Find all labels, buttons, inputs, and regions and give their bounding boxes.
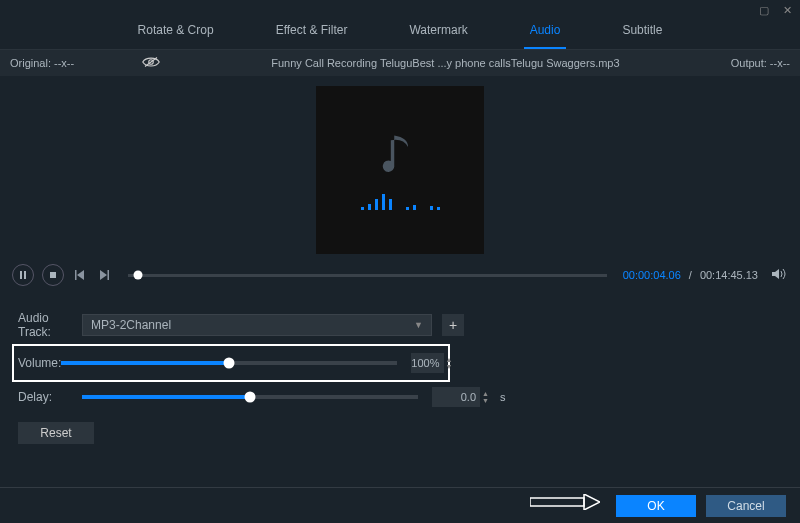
volume-label: Volume: [18, 356, 61, 370]
volume-slider[interactable] [61, 361, 397, 365]
footer: OK Cancel [0, 487, 800, 523]
svg-rect-7 [530, 498, 584, 506]
delay-label: Delay: [18, 390, 82, 404]
info-bar: Original: --x-- Funny Call Recording Tel… [0, 50, 800, 76]
preview-area [0, 76, 800, 256]
volume-stepper-down[interactable]: ▼ [446, 363, 453, 370]
chevron-down-icon: ▼ [414, 320, 423, 330]
current-time: 00:00:04.06 [623, 269, 681, 281]
delay-value[interactable]: 0.0 [432, 387, 480, 407]
audio-controls: Audio Track: MP3-2Channel ▼ + Volume: 10… [0, 294, 800, 412]
progress-knob[interactable] [133, 271, 142, 280]
tab-audio[interactable]: Audio [524, 15, 567, 49]
pause-button[interactable] [12, 264, 34, 286]
music-note-icon [382, 131, 418, 180]
audiotrack-value: MP3-2Channel [91, 318, 171, 332]
total-time: 00:14:45.13 [700, 269, 758, 281]
tab-subtitle[interactable]: Subtitle [616, 15, 668, 49]
volume-icon[interactable] [772, 268, 788, 283]
volume-knob[interactable] [224, 358, 235, 369]
delay-stepper-down[interactable]: ▼ [482, 397, 494, 404]
delay-stepper-up[interactable]: ▲ [482, 390, 494, 397]
maximize-icon[interactable]: ▢ [759, 4, 769, 17]
annotation-arrow [530, 494, 600, 513]
tab-rotate-crop[interactable]: Rotate & Crop [132, 15, 220, 49]
close-icon[interactable]: ✕ [783, 4, 792, 17]
audio-preview-placeholder [316, 86, 484, 254]
audiotrack-select[interactable]: MP3-2Channel ▼ [82, 314, 432, 336]
prev-button[interactable] [72, 267, 88, 283]
tab-effect-filter[interactable]: Effect & Filter [270, 15, 354, 49]
svg-rect-6 [108, 270, 110, 280]
filename-label: Funny Call Recording TeluguBest ...y pho… [160, 57, 731, 69]
delay-knob[interactable] [245, 392, 256, 403]
progress-slider[interactable] [128, 274, 607, 277]
volume-row-highlight: Volume: 100% ▲ ▼ [12, 344, 450, 382]
audiotrack-label: Audio Track: [18, 311, 82, 339]
svg-rect-4 [50, 272, 56, 278]
volume-value[interactable]: 100% [411, 353, 443, 373]
svg-rect-5 [75, 270, 77, 280]
delay-unit: s [500, 391, 506, 403]
time-separator: / [689, 269, 692, 281]
cancel-button[interactable]: Cancel [706, 495, 786, 517]
next-button[interactable] [96, 267, 112, 283]
output-resolution-label: Output: --x-- [731, 57, 790, 69]
ok-button[interactable]: OK [616, 495, 696, 517]
delay-slider[interactable] [82, 395, 418, 399]
tab-bar: Rotate & Crop Effect & Filter Watermark … [0, 15, 800, 50]
add-audiotrack-button[interactable]: + [442, 314, 464, 336]
stop-button[interactable] [42, 264, 64, 286]
volume-stepper-up[interactable]: ▲ [446, 356, 453, 363]
svg-rect-2 [20, 271, 22, 279]
original-resolution-label: Original: --x-- [10, 57, 74, 69]
equalizer-icon [361, 194, 440, 210]
preview-toggle-icon[interactable] [142, 55, 160, 71]
reset-button[interactable]: Reset [18, 422, 94, 444]
svg-rect-3 [24, 271, 26, 279]
playback-bar: 00:00:04.06/00:14:45.13 [0, 256, 800, 294]
tab-watermark[interactable]: Watermark [403, 15, 473, 49]
